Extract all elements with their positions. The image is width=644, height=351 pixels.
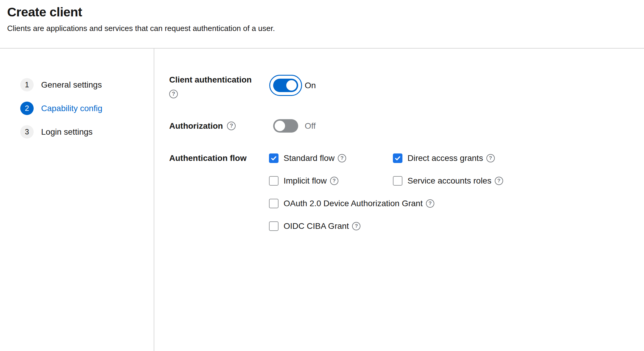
standard-flow-checkbox[interactable] — [269, 153, 279, 163]
authorization-label: Authorization — [169, 121, 223, 131]
oauth-device-grant-checkbox[interactable] — [269, 199, 279, 208]
help-icon[interactable]: ? — [352, 222, 360, 230]
help-icon[interactable]: ? — [330, 177, 338, 185]
step-label[interactable]: General settings — [41, 80, 102, 90]
content-area: 1 General settings 2 Capability config 3… — [0, 49, 644, 351]
checkbox-row: Implicit flow ? Service accounts roles ? — [269, 176, 503, 186]
client-authentication-value: On — [305, 81, 316, 90]
page-subtitle: Clients are applications and services th… — [7, 24, 635, 34]
client-authentication-label: Client authentication — [169, 74, 269, 85]
oidc-ciba-grant-checkbox[interactable] — [269, 221, 279, 231]
client-authentication-row: Client authentication ? On — [169, 74, 644, 98]
page-header: Create client Clients are applications a… — [0, 0, 644, 49]
help-icon[interactable]: ? — [227, 122, 236, 130]
checkbox-row: OAuth 2.0 Device Authorization Grant ? — [269, 199, 503, 208]
checkbox-row: Standard flow ? Direct access grants ? — [269, 153, 503, 163]
authentication-flow-row: Authentication flow Standard flow ? — [169, 153, 644, 231]
step-label[interactable]: Login settings — [41, 127, 93, 137]
option-implicit-flow[interactable]: Implicit flow ? — [269, 176, 393, 186]
checkbox-label[interactable]: Implicit flow — [284, 176, 327, 186]
step-number-badge: 3 — [20, 125, 34, 139]
authorization-label-cell: Authorization ? — [169, 121, 269, 131]
client-authentication-control: On — [269, 74, 320, 96]
authentication-flow-label: Authentication flow — [169, 153, 247, 163]
step-number-badge: 2 — [20, 102, 34, 115]
page-title: Create client — [7, 5, 635, 19]
toggle-knob — [286, 80, 297, 91]
wizard-step-capability-config[interactable]: 2 Capability config — [20, 102, 154, 115]
implicit-flow-checkbox[interactable] — [269, 176, 279, 186]
option-oauth-device-authorization-grant[interactable]: OAuth 2.0 Device Authorization Grant ? — [269, 199, 434, 208]
help-icon[interactable]: ? — [338, 154, 346, 162]
authorization-control: Off — [269, 115, 320, 137]
help-icon[interactable]: ? — [486, 154, 495, 162]
direct-access-grants-checkbox[interactable] — [393, 153, 402, 163]
help-icon[interactable]: ? — [426, 199, 434, 208]
service-accounts-roles-checkbox[interactable] — [393, 176, 402, 186]
step-number-badge: 1 — [20, 78, 34, 91]
client-authentication-toggle[interactable] — [273, 79, 298, 92]
wizard-nav: 1 General settings 2 Capability config 3… — [0, 49, 154, 351]
checkbox-label[interactable]: Direct access grants — [407, 153, 483, 163]
option-standard-flow[interactable]: Standard flow ? — [269, 153, 393, 163]
authorization-toggle[interactable] — [273, 119, 298, 133]
step-label[interactable]: Capability config — [41, 104, 102, 113]
option-oidc-ciba-grant[interactable]: OIDC CIBA Grant ? — [269, 221, 360, 231]
checkbox-label[interactable]: OAuth 2.0 Device Authorization Grant — [284, 199, 423, 208]
authentication-flow-options: Standard flow ? Direct access grants ? — [269, 153, 503, 231]
wizard-step-general-settings[interactable]: 1 General settings — [20, 78, 154, 91]
option-service-accounts-roles[interactable]: Service accounts roles ? — [393, 176, 503, 186]
client-authentication-label-cell: Client authentication ? — [169, 74, 269, 98]
authorization-row: Authorization ? Off — [169, 115, 644, 137]
wizard-step-login-settings[interactable]: 3 Login settings — [20, 125, 154, 139]
checkbox-label[interactable]: OIDC CIBA Grant — [284, 221, 349, 231]
authorization-value: Off — [305, 121, 316, 131]
help-icon[interactable]: ? — [495, 177, 503, 185]
checkbox-label[interactable]: Service accounts roles — [407, 176, 491, 186]
toggle-knob — [275, 121, 285, 131]
capability-config-form: Client authentication ? On Authorization… — [154, 49, 644, 351]
help-icon[interactable]: ? — [169, 90, 178, 98]
checkbox-row: OIDC CIBA Grant ? — [269, 221, 503, 231]
authentication-flow-label-cell: Authentication flow — [169, 153, 269, 163]
check-icon — [270, 155, 277, 161]
check-icon — [394, 155, 401, 161]
option-direct-access-grants[interactable]: Direct access grants ? — [393, 153, 495, 163]
create-client-page: Create client Clients are applications a… — [0, 0, 644, 351]
checkbox-label[interactable]: Standard flow — [284, 153, 335, 163]
